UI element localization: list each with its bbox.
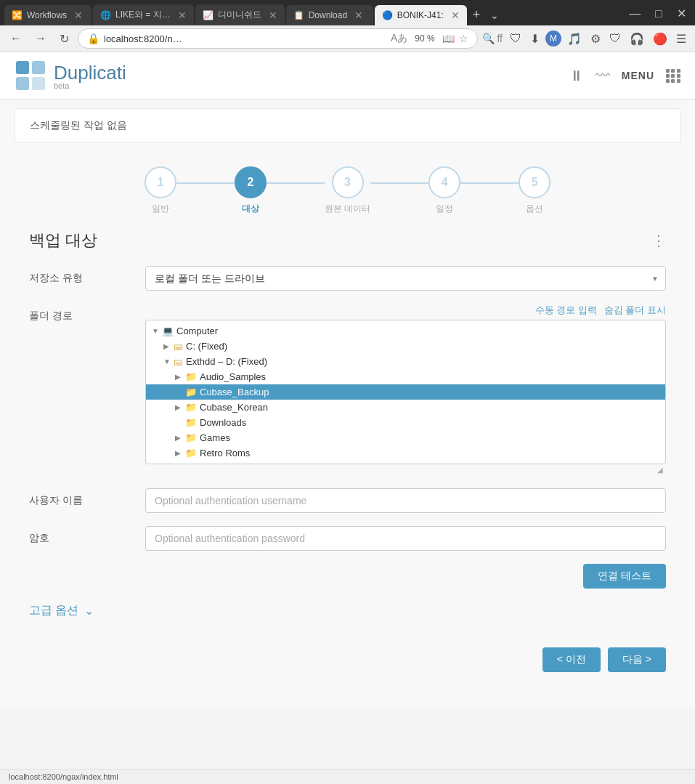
back-button[interactable]: ←	[6, 31, 26, 47]
workflows-favicon: 🔀	[12, 10, 23, 20]
section-title: 백업 대상	[29, 230, 97, 251]
tree-item-games[interactable]: ▶📁Games	[146, 430, 665, 445]
tab-bonik-close[interactable]: ✕	[451, 9, 460, 21]
tree-arrow-games: ▶	[175, 434, 185, 442]
refresh-button[interactable]: ↻	[55, 31, 73, 47]
step-1[interactable]: 1 일반	[145, 166, 176, 215]
close-button[interactable]: ✕	[672, 5, 691, 22]
storage-type-label: 저장소 유형	[29, 266, 145, 285]
manual-path-link[interactable]: 수동 경로 입력	[535, 304, 597, 317]
resize-handle[interactable]: ◢	[145, 464, 666, 475]
nav-buttons: < 이전 다음 >	[29, 647, 666, 672]
forward-button[interactable]: →	[31, 31, 51, 47]
step-5[interactable]: 5 옵션	[519, 166, 550, 215]
tree-item-cubase_backup[interactable]: 📁Cubase_Backup	[146, 384, 665, 400]
storage-type-select[interactable]: 로컬 폴더 또는 드라이브FTPSFTP (SSH)WebDAVS3 Compa…	[145, 266, 666, 291]
tab-like-label: LIKE와 = 지…	[115, 9, 171, 21]
main-content: 백업 대상 ⋮ 저장소 유형 로컬 폴더 또는 드라이브FTPSFTP (SSH…	[0, 222, 695, 694]
more-options-button[interactable]: ⋮	[651, 232, 666, 249]
next-button[interactable]: 다음 >	[608, 647, 666, 672]
tab-bonik-label: BONIK-J41:	[397, 10, 444, 20]
browser-tabs: 🔀 Workflows ✕ 🌐 LIKE와 = 지… ✕ 📈 디미니쉬드 ✕ 📋…	[0, 0, 695, 25]
tree-item-exthdd[interactable]: ▼🖴Exthdd – D: (Fixed)	[146, 354, 665, 369]
file-tree[interactable]: ▼💻Computer▶🖴C: (Fixed)▼🖴Exthdd – D: (Fix…	[145, 320, 666, 464]
username-input[interactable]	[145, 488, 666, 513]
minimize-button[interactable]: —	[625, 5, 645, 22]
svg-rect-0	[16, 61, 29, 74]
address-text: localhost:8200/n…	[104, 33, 386, 44]
activity-icon[interactable]: 〰	[596, 68, 610, 84]
step-3-circle: 3	[332, 166, 364, 198]
extension3-icon[interactable]: 🛡	[606, 31, 624, 47]
tab-download-close[interactable]: ✕	[354, 9, 363, 21]
tab-download[interactable]: 📋 Download ✕	[286, 5, 373, 25]
storage-type-row: 저장소 유형 로컬 폴더 또는 드라이브FTPSFTP (SSH)WebDAVS…	[29, 266, 666, 291]
download-icon[interactable]: ⬇	[527, 31, 542, 47]
zoom-level[interactable]: 90 %	[412, 32, 437, 45]
step-2[interactable]: 2 대상	[235, 166, 267, 215]
tree-links: 수동 경로 입력 숨김 폴더 표시	[145, 304, 666, 317]
extension5-icon[interactable]: 🔴	[650, 31, 670, 47]
page-content: Duplicati beta ⏸ 〰 MENU 스케줄링된 작업 없음 1 일반…	[0, 52, 695, 706]
tree-item-cubase_korean[interactable]: ▶📁Cubase_Korean	[146, 400, 665, 415]
bookmark-icon[interactable]: ☆	[459, 33, 468, 44]
folder-icon-cubase_backup: 📁	[185, 387, 197, 397]
connect-test-button[interactable]: 연결 테스트	[583, 564, 666, 589]
tree-item-c_fixed[interactable]: ▶🖴C: (Fixed)	[146, 339, 665, 354]
tab-workflows[interactable]: 🔀 Workflows ✕	[4, 5, 92, 25]
shield-icon[interactable]: 🛡	[507, 31, 524, 47]
step-5-circle: 5	[519, 166, 550, 198]
status-message: 스케줄링된 작업 없음	[30, 119, 127, 131]
grid-icon[interactable]	[666, 69, 680, 83]
new-tab-button[interactable]: +	[468, 7, 485, 23]
username-row: 사용자 이름	[29, 488, 666, 513]
tree-label-computer: Computer	[176, 326, 659, 336]
tab-workflows-close[interactable]: ✕	[74, 9, 83, 21]
folder-icon-exthdd: 🖴	[174, 356, 183, 367]
tree-item-audio_samples[interactable]: ▶📁Audio_Samples	[146, 369, 665, 384]
section-header: 백업 대상 ⋮	[29, 230, 666, 251]
tree-item-computer[interactable]: ▼💻Computer	[146, 323, 665, 339]
menu-icon[interactable]: ☰	[673, 31, 689, 47]
step-4-label: 일정	[436, 203, 453, 215]
hide-folder-link[interactable]: 숨김 폴더 표시	[604, 304, 666, 317]
browser-controls: ← → ↻ 🔒 localhost:8200/n… Aあ 90 % 📖 ☆ 🔍 …	[0, 25, 695, 52]
step-3[interactable]: 3 원본 데이터	[325, 166, 370, 215]
tab-bonik[interactable]: 🔵 BONIK-J41: ✕	[375, 5, 467, 25]
step-5-label: 옵션	[526, 203, 543, 215]
menu-button[interactable]: MENU	[622, 70, 654, 81]
maximize-button[interactable]: □	[651, 5, 667, 22]
svg-rect-3	[32, 77, 45, 90]
svg-rect-1	[32, 61, 45, 74]
extension-icon[interactable]: 🎵	[564, 31, 585, 47]
tab-diminished-close[interactable]: ✕	[269, 9, 277, 21]
tree-item-downloads[interactable]: 📁Downloads	[146, 415, 665, 430]
password-input[interactable]	[145, 526, 666, 551]
pause-icon[interactable]: ⏸	[569, 68, 584, 84]
tree-arrow-exthdd: ▼	[163, 357, 174, 365]
folder-icon-retro_roms: 📁	[185, 448, 197, 458]
advanced-toggle[interactable]: 고급 옵션 ⌄	[29, 603, 666, 618]
tree-item-retro_roms[interactable]: ▶📁Retro Roms	[146, 445, 665, 461]
extension2-icon[interactable]: ⚙	[588, 31, 603, 47]
logo-icon	[15, 60, 46, 92]
tree-arrow-c_fixed: ▶	[163, 342, 174, 350]
tab-like-close[interactable]: ✕	[178, 9, 187, 21]
prev-button[interactable]: < 이전	[542, 647, 601, 672]
extension4-icon[interactable]: 🎧	[627, 31, 647, 47]
tree-arrow-computer: ▼	[152, 327, 162, 335]
svg-rect-2	[16, 77, 29, 90]
tab-diminished[interactable]: 📈 디미니쉬드 ✕	[195, 4, 285, 25]
folder-icon-downloads: 📁	[185, 417, 197, 428]
tab-workflows-label: Workflows	[27, 10, 67, 20]
tab-dropdown-button[interactable]: ⌄	[486, 9, 503, 21]
step-4-circle: 4	[428, 166, 460, 198]
app-logo: Duplicati beta	[15, 60, 126, 92]
profile-icon[interactable]: M	[545, 31, 561, 47]
step-4[interactable]: 4 일정	[428, 166, 460, 215]
username-label: 사용자 이름	[29, 488, 145, 507]
tab-like[interactable]: 🌐 LIKE와 = 지… ✕	[93, 4, 194, 25]
tree-label-c_fixed: C: (Fixed)	[186, 341, 659, 352]
search-icon[interactable]: 🔍 ff	[482, 33, 503, 44]
address-bar[interactable]: 🔒 localhost:8200/n… Aあ 90 % 📖 ☆	[78, 28, 478, 49]
